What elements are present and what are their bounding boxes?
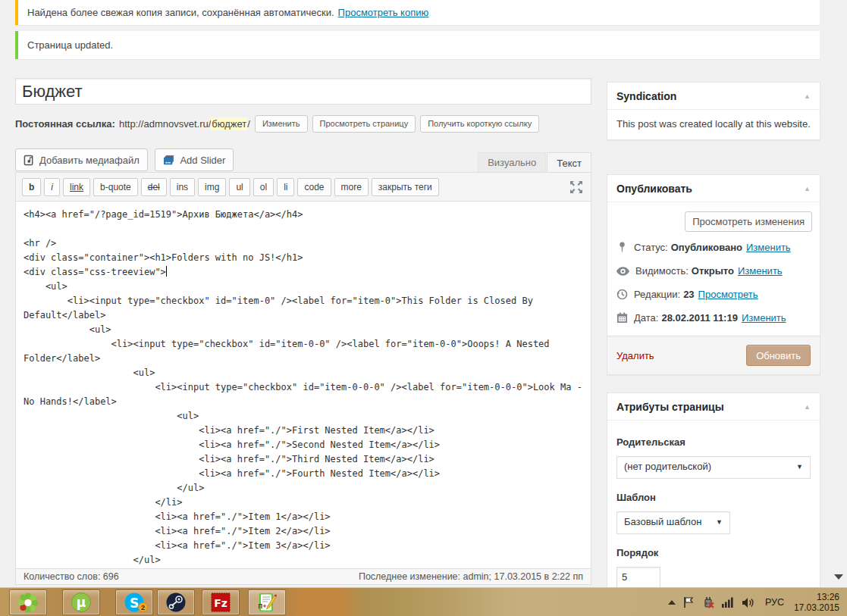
template-select[interactable]: Базовый шаблон ▼ — [616, 511, 730, 534]
eye-icon — [616, 267, 629, 276]
wordpress-edit-page: Найдена более свежая копия записи, сохра… — [0, 0, 847, 616]
qt-ins-button[interactable]: ins — [170, 178, 195, 196]
add-media-button[interactable]: Добавить медиафайл — [15, 149, 148, 171]
visibility-row: Видимость:Открыто Изменить — [607, 259, 820, 283]
qt-ul-button[interactable]: ul — [229, 178, 249, 196]
editor-mode-tabs: Визуально Текст — [478, 152, 591, 173]
svg-text:µ: µ — [77, 595, 86, 610]
publish-title: Опубликовать — [616, 183, 692, 195]
permalink-row: Постоянная ссылка: http://admnovsvet.ru/… — [15, 114, 591, 133]
get-shortlink-button[interactable]: Получить короткую ссылку — [420, 115, 539, 133]
media-icon — [24, 155, 35, 166]
collapse-toggle-icon[interactable]: ▲ — [804, 403, 811, 411]
qt-code-button[interactable]: code — [297, 178, 331, 196]
browse-revisions-link[interactable]: Просмотреть — [698, 289, 758, 300]
slider-icon — [163, 155, 175, 166]
qt-blockquote-button[interactable]: b-quote — [93, 178, 138, 196]
scrollbar-down-arrow[interactable] — [834, 574, 843, 580]
collapse-toggle-icon[interactable]: ▲ — [804, 92, 811, 100]
edit-date-link[interactable]: Изменить — [742, 312, 786, 324]
qt-link-button[interactable]: link — [63, 178, 90, 196]
show-hidden-icons-arrow[interactable] — [668, 600, 676, 605]
taskbar-skype-button[interactable]: S 2 — [115, 589, 153, 615]
quicktags-toolbar: b i link b-quote del ins img ul ol li co… — [16, 173, 591, 202]
calendar-icon — [616, 312, 628, 324]
chevron-down-icon: ▼ — [716, 518, 723, 527]
icq-icon — [17, 592, 39, 613]
utorrent-icon: µ — [71, 592, 92, 613]
permalink-url-prefix: http://admnovsvet.ru/ — [119, 118, 211, 130]
system-tray: РУС 13:26 17.03.2015 — [668, 588, 841, 616]
syndication-panel: Syndication ▲ This post was created loca… — [607, 82, 820, 140]
update-button[interactable]: Обновить — [746, 345, 811, 366]
clock-time: 13:26 — [794, 592, 839, 602]
taskbar-steam-button[interactable] — [157, 589, 195, 615]
svg-text:Fz: Fz — [214, 597, 227, 609]
syndication-header[interactable]: Syndication ▲ — [607, 83, 820, 110]
collapse-toggle-icon[interactable]: ▲ — [804, 185, 811, 192]
view-page-button[interactable]: Просмотреть страницу — [312, 115, 416, 133]
edit-permalink-button[interactable]: Изменить — [255, 115, 308, 133]
qt-ol-button[interactable]: ol — [253, 178, 274, 196]
taskbar-notepadpp-button[interactable]: ∏++ — [248, 589, 286, 615]
tab-text[interactable]: Текст — [547, 152, 591, 173]
autosave-notice: Найдена более свежая копия записи, сохра… — [15, 0, 820, 25]
permalink-label: Постоянная ссылка: — [15, 118, 115, 130]
autosave-notice-text: Найдена более свежая копия записи, сохра… — [27, 7, 334, 18]
qt-li-button[interactable]: li — [277, 178, 294, 196]
tab-visual[interactable]: Визуально — [478, 152, 546, 173]
delete-link[interactable]: Удалить — [616, 350, 654, 361]
qt-img-button[interactable]: img — [198, 178, 226, 196]
action-center-flag-icon[interactable] — [682, 596, 695, 608]
qt-del-button[interactable]: del — [141, 178, 167, 196]
publish-panel: Опубликовать ▲ Просмотреть изменения Ста… — [607, 174, 820, 375]
chevron-down-icon: ▼ — [796, 462, 803, 472]
editor-status-bar: Количество слов: 696 Последнее изменение… — [16, 568, 591, 584]
page-title-input[interactable] — [15, 78, 591, 105]
date-row: Дата:28.02.2011 11:19 Изменить — [607, 306, 820, 330]
preview-changes-button[interactable]: Просмотреть изменения — [685, 211, 812, 232]
order-input[interactable] — [616, 567, 660, 588]
add-slider-button[interactable]: Add Slider — [155, 149, 234, 171]
permalink-url-suffix: / — [247, 118, 250, 130]
syndication-title: Syndication — [616, 90, 676, 102]
notepad-plus-plus-icon: ∏++ — [256, 592, 278, 613]
volume-icon[interactable] — [742, 597, 755, 608]
status-row: Статус:Опубликовано Изменить — [607, 235, 820, 259]
pin-icon — [616, 241, 628, 253]
publishing-actions: Удалить Обновить — [607, 336, 820, 374]
power-icon[interactable] — [701, 596, 715, 609]
clock-date: 17.03.2015 — [794, 602, 839, 613]
publish-header[interactable]: Опубликовать ▲ — [607, 175, 820, 202]
parent-page-select[interactable]: (нет родительской) ▼ — [616, 456, 811, 479]
taskbar-utorrent-button[interactable]: µ — [62, 589, 100, 615]
fullscreen-icon[interactable] — [569, 180, 583, 194]
page-attributes-title: Атрибуты страницы — [616, 401, 724, 413]
filezilla-icon: Fz — [210, 592, 231, 613]
syndication-body: This post was created locally at this we… — [607, 110, 820, 139]
network-signal-icon[interactable] — [722, 597, 735, 608]
updated-notice: Страница updated. — [15, 31, 820, 59]
qt-close-tags-button[interactable]: закрыть теги — [372, 178, 439, 196]
page-attributes-header[interactable]: Атрибуты страницы ▲ — [607, 393, 820, 421]
order-label: Порядок — [616, 546, 811, 561]
last-edited: Последнее изменение: admin; 17.03.2015 в… — [359, 571, 583, 582]
revisions-icon — [616, 289, 628, 300]
qt-more-button[interactable]: more — [334, 178, 369, 196]
media-buttons-row: Добавить медиафайл Add Slider Визуально … — [15, 149, 591, 172]
qt-italic-button[interactable]: i — [44, 178, 60, 196]
view-autosave-copy-link[interactable]: Просмотреть копию — [338, 7, 429, 18]
word-count: Количество слов: 696 — [24, 571, 119, 582]
edit-status-link[interactable]: Изменить — [746, 242, 791, 253]
code-editor-textarea[interactable]: <h4><a href="/?page_id=1519">Архив Бюдже… — [16, 202, 591, 568]
taskbar-clock[interactable]: 13:26 17.03.2015 — [794, 592, 841, 613]
steam-icon — [165, 592, 187, 613]
taskbar-icq-button[interactable] — [9, 589, 47, 615]
qt-bold-button[interactable]: b — [22, 178, 41, 196]
language-indicator[interactable]: РУС — [762, 597, 787, 608]
revisions-row: Редакции:23 Просмотреть — [607, 283, 820, 306]
edit-visibility-link[interactable]: Изменить — [738, 265, 783, 277]
taskbar-filezilla-button[interactable]: Fz — [202, 589, 240, 615]
permalink-slug[interactable]: бюджет — [211, 117, 247, 130]
page-attributes-panel: Атрибуты страницы ▲ Родительская (нет ро… — [607, 392, 820, 612]
